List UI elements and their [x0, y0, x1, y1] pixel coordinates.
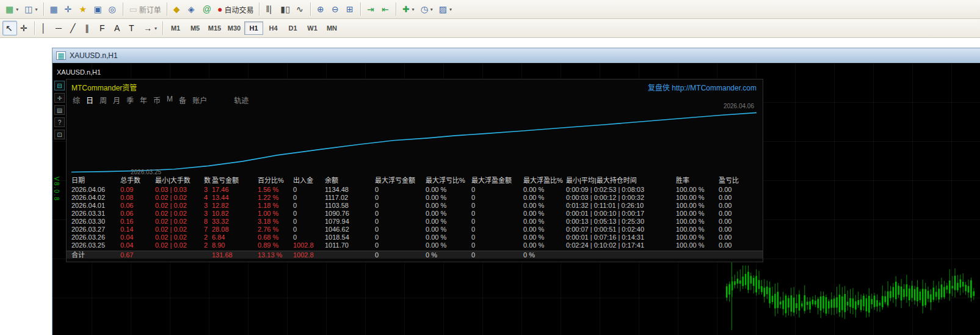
panel-tabs: 综日周月季年币M备账户轨迹 [67, 92, 763, 105]
new-chart-button[interactable]: ▦▾ [2, 2, 21, 17]
candlestick-button[interactable]: ▮▯ [277, 2, 292, 17]
bar-chart-button[interactable]: ‖| [263, 2, 277, 17]
table-row[interactable]: 2026.03.300.160.02 | 0.02833.323.18 %010… [67, 218, 763, 226]
panel-popup-button[interactable]: ⊡ [54, 130, 65, 139]
timeframe-h4-button[interactable]: H4 [264, 21, 283, 35]
panel-tab-2[interactable]: 日 [86, 95, 93, 105]
timeframe-m1-button[interactable]: M1 [166, 21, 185, 35]
trendline-button[interactable]: ╱ [67, 21, 82, 35]
panel-tab-3[interactable]: 周 [100, 95, 107, 105]
timeframe-m15-button[interactable]: M15 [205, 21, 224, 35]
tile-windows-button[interactable]: ⊞ [343, 2, 358, 17]
terminal-button[interactable]: ▣ [91, 2, 106, 17]
toolbar-separator [167, 2, 168, 16]
chart-window-titlebar[interactable]: ▦ XAUUSD.n,H1 [53, 48, 980, 63]
metaeditor-button[interactable]: ◆ [170, 2, 185, 17]
metaeditor-icon: ◆ [173, 5, 180, 13]
text-button[interactable]: A [111, 21, 126, 35]
text-icon: A [114, 24, 120, 32]
table-cell: 131.68 [212, 251, 258, 259]
table-cell: 0.00 % [426, 241, 471, 249]
table-cell: 出入金 [293, 176, 325, 186]
panel-tab-5[interactable]: 季 [126, 95, 134, 105]
timeframe-d1-button[interactable]: D1 [283, 21, 302, 35]
favorites-button[interactable]: ★ [76, 2, 91, 17]
panel-move-button[interactable]: ✛ [54, 93, 65, 103]
table-cell: 0 [375, 210, 426, 218]
table-cell: 3.18 % [258, 218, 293, 226]
label-button[interactable]: T [126, 21, 140, 35]
strategy-tester-button[interactable]: ◎ [106, 2, 120, 17]
table-cell: 0 % [523, 251, 566, 259]
table-cell: 8 [204, 218, 212, 226]
cursor-button[interactable]: ↖ [2, 21, 17, 35]
table-cell: 最小|大手数 [155, 176, 204, 186]
toolbar-button-label: 自动交易 [224, 4, 253, 15]
panel-collapse-button[interactable]: ⊟ [54, 81, 65, 90]
table-cell [325, 251, 375, 259]
autotrading-button[interactable]: ●自动交易 [214, 2, 256, 17]
panel-tab-8[interactable]: M [167, 95, 173, 105]
table-cell: 1.22 % [258, 194, 293, 202]
indicators-button[interactable]: ✚▾ [399, 2, 418, 17]
panel-list-button[interactable]: ▤ [54, 105, 65, 115]
channel-button[interactable]: ∥ [82, 21, 96, 35]
table-cell: 最大浮盈比% [523, 176, 566, 186]
table-row[interactable]: 2026.04.020.080.02 | 0.02413.441.22 %011… [67, 194, 763, 202]
panel-tab-6[interactable]: 年 [140, 95, 147, 105]
table-cell: 12.82 [212, 202, 258, 210]
crosshair-button[interactable]: ✛ [17, 21, 32, 35]
panel-tab-10[interactable]: 账户 [192, 95, 207, 105]
panel-brand-link[interactable]: 复盘侠 http://MTCommander.com [648, 82, 757, 92]
label-icon: T [129, 24, 134, 32]
table-cell: 0 [375, 251, 426, 259]
timeframe-m30-button[interactable]: M30 [225, 21, 244, 35]
panel-tab-9[interactable]: 备 [179, 95, 186, 105]
experts-button[interactable]: ◈ [185, 2, 200, 17]
table-total-row[interactable]: 合计0.67131.6813.13 %1002.800 %00 % [67, 251, 763, 259]
panel-tab-11[interactable]: 轨迹 [234, 95, 249, 105]
panel-help-button[interactable]: ? [54, 117, 65, 127]
panel-tab-4[interactable]: 月 [113, 95, 120, 105]
table-cell: 0 [293, 234, 325, 241]
channel-icon: ∥ [85, 24, 89, 32]
scripts-button[interactable]: @ [200, 2, 214, 17]
table-row[interactable]: 2026.03.270.140.02 | 0.02728.082.76 %010… [67, 226, 763, 234]
templates-button[interactable]: ▨▾ [436, 2, 455, 17]
new-order-button[interactable]: ▭新订单 [126, 2, 164, 17]
shapes-button[interactable]: →▾ [140, 21, 160, 35]
table-cell: 0.02 | 0.02 [155, 194, 204, 202]
line-chart-button[interactable]: ∿ [293, 2, 308, 17]
table-cell: 0 [471, 226, 523, 234]
profiles-button[interactable]: ◫▾ [21, 2, 40, 17]
horizontal-line-button[interactable]: ─ [53, 21, 67, 35]
chart-area[interactable]: XAUUSD.n,H1 ⊟✛▤?⊡ V8.0.8 MTCommander资管 复… [53, 63, 980, 335]
zoom-in-button[interactable]: ⊕ [314, 2, 328, 17]
table-cell [566, 251, 676, 259]
fibonacci-button[interactable]: F [96, 21, 111, 35]
panel-tab-1[interactable]: 综 [73, 95, 80, 105]
timeframe-m5-button[interactable]: M5 [186, 21, 205, 35]
table-cell: 0 [471, 234, 523, 241]
periods-button[interactable]: ◷▾ [418, 2, 436, 17]
panel-tab-7[interactable]: 币 [153, 95, 161, 105]
zoom-out-button[interactable]: ⊖ [328, 2, 343, 17]
toolbar-button-label: 新订单 [139, 4, 161, 15]
table-cell: 0 [375, 202, 426, 210]
table-row[interactable]: 2026.03.310.060.02 | 0.02310.821.00 %010… [67, 210, 763, 218]
chart-shift-button[interactable]: ⇤ [379, 2, 393, 17]
timeframe-h1-button[interactable]: H1 [244, 21, 263, 35]
market-watch-button[interactable]: ▦ [47, 2, 62, 17]
timeframe-w1-button[interactable]: W1 [303, 21, 322, 35]
table-row[interactable]: 2026.04.060.090.03 | 0.03317.461.56 %011… [67, 186, 763, 194]
table-row[interactable]: 2026.03.250.040.02 | 0.0228.900.89 %1002… [67, 241, 763, 249]
timeframe-mn-button[interactable]: MN [322, 21, 341, 35]
table-cell: 2026.03.30 [71, 218, 120, 226]
autoscroll-button[interactable]: ⇥ [364, 2, 379, 17]
table-cell: 0.03 | 0.03 [155, 186, 204, 194]
table-row[interactable]: 2026.03.260.040.02 | 0.0226.840.68 %0101… [67, 234, 763, 241]
table-cell: 3 [204, 186, 212, 194]
table-row[interactable]: 2026.04.010.060.02 | 0.02312.821.18 %011… [67, 202, 763, 210]
navigator-button[interactable]: ✛ [62, 2, 76, 17]
vertical-line-button[interactable]: │ [38, 21, 53, 35]
